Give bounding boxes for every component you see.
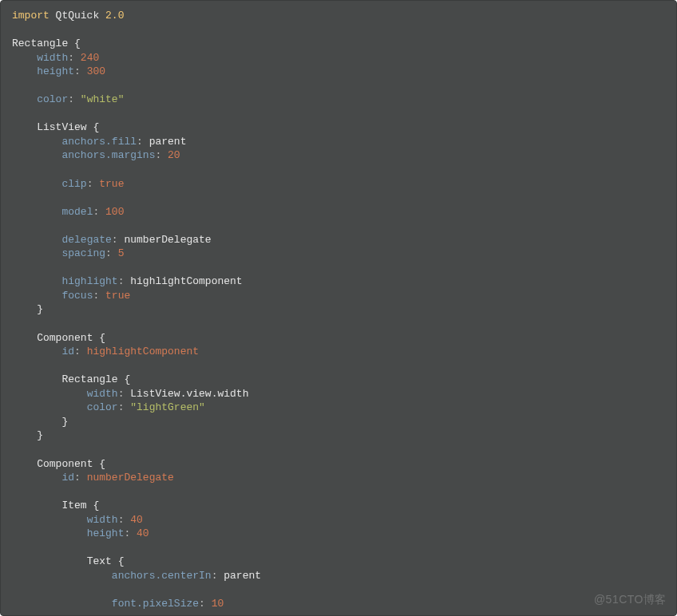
code-token: id [61, 472, 74, 484]
code-line: } [12, 302, 665, 317]
code-token [12, 52, 37, 64]
code-token: QtQuick [56, 10, 105, 22]
code-line [12, 261, 665, 275]
code-token: parent [224, 570, 261, 582]
code-token [12, 346, 61, 357]
code-line: id: numberDelegate [12, 471, 665, 485]
code-line: width: 240 [12, 51, 665, 65]
code-lines: import QtQuick 2.0 Rectangle { width: 24… [12, 9, 665, 616]
code-token: } [61, 416, 68, 428]
code-token [12, 275, 61, 287]
code-token: highlightComponent [130, 275, 242, 287]
code-token: 2.0 [105, 10, 124, 22]
code-token: anchors.fill [61, 136, 137, 148]
code-line [12, 541, 665, 555]
code-token: delegate [61, 234, 111, 246]
code-token: 5 [118, 247, 125, 259]
code-token: color [87, 401, 118, 413]
code-token [12, 206, 61, 218]
code-line: spacing: 5 [12, 247, 665, 261]
code-line [12, 79, 665, 93]
code-line [12, 485, 665, 500]
code-line: import QtQuick 2.0 [12, 9, 665, 23]
code-token: height [37, 65, 74, 77]
code-token: width [87, 514, 118, 526]
code-token: parent [149, 136, 187, 148]
code-token [12, 149, 61, 161]
code-token: Text [87, 555, 118, 567]
code-token: import [12, 10, 56, 22]
code-token [12, 472, 61, 484]
code-line [12, 317, 665, 331]
code-token: width [37, 52, 68, 64]
code-token: : [74, 65, 87, 77]
code-token: numberDelegate [124, 234, 211, 246]
code-line: focus: true [12, 289, 665, 303]
code-token: true [105, 290, 130, 302]
code-token: highlight [61, 275, 117, 287]
code-token: : [68, 52, 81, 64]
code-token: 20 [168, 149, 180, 161]
code-token: { [93, 500, 99, 511]
code-token: : [74, 472, 87, 484]
code-line [12, 582, 665, 597]
code-token [12, 416, 61, 428]
code-token: } [37, 429, 43, 441]
code-token: anchors.centerIn [112, 570, 212, 582]
code-token: 240 [81, 52, 99, 64]
code-token: { [118, 555, 125, 567]
code-token: 40 [130, 514, 143, 526]
code-token: : [118, 388, 131, 400]
code-token [12, 290, 61, 302]
code-block: import QtQuick 2.0 Rectangle { width: 24… [0, 0, 677, 616]
code-token: : [68, 93, 81, 105]
code-line: } [12, 428, 665, 443]
code-token: 40 [137, 527, 149, 539]
code-line: } [12, 415, 665, 429]
code-token: true [99, 178, 124, 190]
code-token: : [124, 527, 137, 539]
code-line: color: "lightGreen" [12, 401, 665, 415]
code-token [12, 373, 61, 385]
code-token [12, 429, 37, 441]
code-token: color [37, 93, 68, 105]
code-token: Rectangle [12, 38, 74, 49]
code-token [12, 555, 87, 567]
code-line [12, 219, 665, 233]
code-token [12, 93, 37, 105]
code-token: width [87, 388, 118, 400]
code-token: { [99, 458, 105, 470]
code-token: { [74, 38, 81, 49]
code-line: color: "white" [12, 93, 665, 107]
code-token [12, 65, 37, 77]
code-token: { [93, 121, 99, 133]
code-line: Component { [12, 331, 665, 346]
code-token: : [93, 290, 105, 302]
code-token: Rectangle [61, 373, 124, 385]
code-line: id: highlightComponent [12, 345, 665, 359]
code-line: ListView { [12, 120, 665, 135]
code-token [12, 121, 37, 133]
code-line: Rectangle { [12, 37, 665, 51]
code-token: 300 [87, 65, 105, 77]
code-token [12, 247, 61, 259]
code-token [12, 500, 61, 511]
code-token: anchors.margins [61, 149, 155, 161]
code-line [12, 443, 665, 457]
code-token [12, 514, 87, 526]
code-token: font.pixelSize [112, 598, 199, 610]
code-token [12, 332, 37, 344]
code-token: : [87, 178, 100, 190]
code-token: { [124, 373, 130, 385]
code-token: ListView [37, 121, 93, 133]
code-token: "lightGreen" [130, 401, 205, 413]
code-token: : [105, 247, 118, 259]
code-token: 100 [105, 206, 124, 218]
code-line: model: 100 [12, 205, 665, 219]
code-line: highlight: highlightComponent [12, 274, 665, 289]
code-line: anchors.centerIn: parent [12, 569, 665, 583]
code-token [12, 388, 87, 400]
code-token: { [99, 332, 105, 344]
code-line: clip: true [12, 177, 665, 192]
code-token [12, 178, 61, 190]
